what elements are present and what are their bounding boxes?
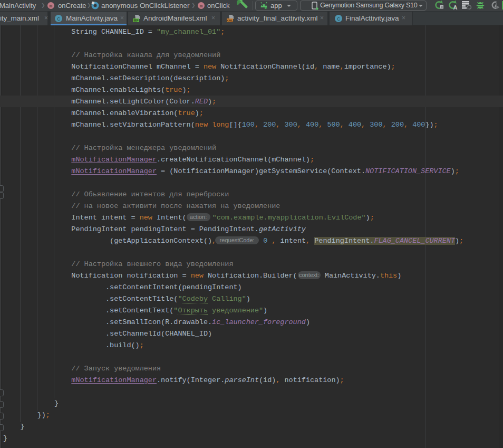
svg-text:MF: MF: [133, 18, 138, 22]
svg-text:C: C: [337, 16, 340, 22]
svg-text:XML: XML: [227, 19, 234, 22]
svg-text:m: m: [200, 4, 203, 9]
svg-text:m: m: [50, 4, 53, 9]
svg-text:A: A: [453, 4, 458, 11]
svg-text:C: C: [57, 16, 60, 22]
